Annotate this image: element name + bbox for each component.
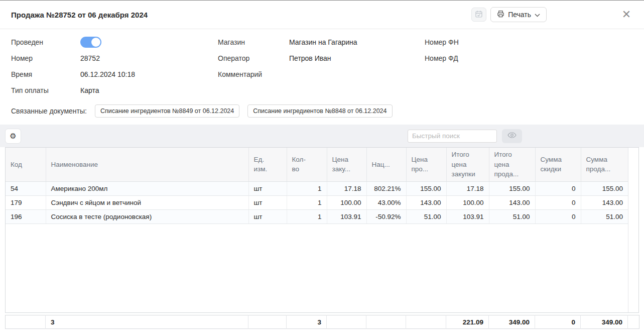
printer-icon bbox=[497, 10, 504, 19]
cell-sale_price: 51.00 bbox=[406, 210, 446, 224]
form-column-right: Номер ФН Номер ФД bbox=[425, 34, 633, 98]
totals-row: 33221.09349.000349.00 bbox=[6, 315, 639, 329]
number-label: Номер bbox=[11, 54, 80, 62]
cell-unit: шт bbox=[248, 196, 287, 210]
payment-type-value: Карта bbox=[80, 86, 99, 94]
grid-main: КодНаименованиеЕд. изм.Кол- воЦена заку.… bbox=[6, 148, 628, 312]
total-gutter bbox=[628, 315, 639, 329]
toggle-knob bbox=[91, 38, 100, 47]
cell-markup: -50.92% bbox=[366, 210, 406, 224]
table-row[interactable]: 179Сэндвич с яйцом и ветчинойшт1100.0043… bbox=[6, 196, 628, 210]
cell-total_sale: 51.00 bbox=[489, 210, 535, 224]
cell-name: Американо 200мл bbox=[46, 182, 248, 196]
fn-number-label: Номер ФН bbox=[425, 38, 496, 46]
cell-unit: шт bbox=[248, 182, 287, 196]
col-header-total_sale[interactable]: Итого цена прода... bbox=[489, 148, 535, 181]
items-grid: КодНаименованиеЕд. изм.Кол- воЦена заку.… bbox=[5, 147, 639, 329]
visibility-button[interactable] bbox=[502, 129, 522, 143]
store-value: Магазин на Гагарина bbox=[289, 38, 357, 46]
grid-body-area: КодНаименованиеЕд. изм.Кол- воЦена заку.… bbox=[5, 147, 639, 313]
cell-qty: 1 bbox=[287, 182, 327, 196]
total-name: 3 bbox=[46, 315, 248, 329]
col-header-total_sum[interactable]: Сумма прода... bbox=[581, 148, 628, 181]
cell-name: Сосиска в тесте (родионовская) bbox=[46, 210, 248, 224]
cell-total_purchase: 100.00 bbox=[446, 196, 489, 210]
form-column-middle: Магазин Магазин на Гагарина Оператор Пет… bbox=[218, 34, 425, 98]
total-markup bbox=[366, 315, 406, 329]
close-button[interactable]: ✕ bbox=[620, 8, 633, 21]
cell-sale_price: 155.00 bbox=[406, 182, 446, 196]
cell-total_sum: 51.00 bbox=[581, 210, 628, 224]
col-header-markup[interactable]: Нац... bbox=[366, 148, 406, 181]
print-button-label: Печать bbox=[508, 11, 531, 19]
related-doc-chip-1[interactable]: Списание ингредиентов №8849 от 06.12.202… bbox=[95, 104, 239, 118]
cell-discount: 0 bbox=[535, 210, 581, 224]
scrollbar-gutter[interactable] bbox=[628, 148, 638, 312]
total-total_sale: 349.00 bbox=[489, 315, 535, 329]
time-label: Время bbox=[11, 70, 80, 78]
col-header-name[interactable]: Наименование bbox=[46, 148, 248, 181]
col-header-discount[interactable]: Сумма скидки bbox=[535, 148, 581, 181]
chevron-down-icon bbox=[535, 11, 540, 19]
document-form: Проведен Номер 28752 Время 06.12.2024 10… bbox=[0, 29, 644, 98]
cell-qty: 1 bbox=[287, 196, 327, 210]
calendar-check-icon bbox=[475, 10, 483, 20]
col-header-sale_price[interactable]: Цена про... bbox=[406, 148, 446, 181]
col-header-qty[interactable]: Кол- во bbox=[287, 148, 327, 181]
eye-icon bbox=[507, 132, 517, 140]
posted-toggle[interactable] bbox=[80, 37, 101, 48]
total-purchase_price bbox=[327, 315, 366, 329]
total-discount: 0 bbox=[535, 315, 581, 329]
payment-type-label: Тип оплаты bbox=[11, 86, 80, 94]
total-total_purchase: 221.09 bbox=[446, 315, 489, 329]
col-header-unit[interactable]: Ед. изм. bbox=[248, 148, 287, 181]
col-header-total_purchase[interactable]: Итого цена закупки bbox=[446, 148, 489, 181]
grid-header-table: КодНаименованиеЕд. изм.Кол- воЦена заку.… bbox=[6, 148, 628, 182]
cell-name: Сэндвич с яйцом и ветчиной bbox=[46, 196, 248, 210]
number-value: 28752 bbox=[80, 54, 100, 62]
search-input[interactable] bbox=[408, 130, 497, 143]
cell-total_sale: 155.00 bbox=[489, 182, 535, 196]
cell-discount: 0 bbox=[535, 196, 581, 210]
form-column-left: Проведен Номер 28752 Время 06.12.2024 10… bbox=[11, 34, 218, 98]
related-documents: Связанные документы: Списание ингредиент… bbox=[0, 98, 644, 118]
toolbar-right bbox=[408, 129, 522, 143]
operator-value: Петров Иван bbox=[289, 54, 331, 62]
total-qty: 3 bbox=[287, 315, 327, 329]
time-value: 06.12.2024 10:18 bbox=[80, 70, 135, 78]
cell-code: 179 bbox=[6, 196, 46, 210]
print-button[interactable]: Печать bbox=[490, 7, 547, 22]
fd-number-label: Номер ФД bbox=[425, 54, 496, 62]
cell-code: 54 bbox=[6, 182, 46, 196]
operator-label: Оператор bbox=[218, 54, 289, 62]
cell-discount: 0 bbox=[535, 182, 581, 196]
total-unit bbox=[248, 315, 287, 329]
table-row[interactable]: 196Сосиска в тесте (родионовская)шт1103.… bbox=[6, 210, 628, 224]
grid-empty-space bbox=[6, 224, 628, 312]
comment-label: Комментарий bbox=[218, 70, 289, 78]
grid-toolbar: ⚙ bbox=[0, 125, 644, 147]
table-row[interactable]: 54Американо 200млшт117.18802.21%155.0017… bbox=[6, 182, 628, 196]
cell-code: 196 bbox=[6, 210, 46, 224]
total-sale_price bbox=[406, 315, 446, 329]
col-header-purchase_price[interactable]: Цена заку... bbox=[327, 148, 366, 181]
col-header-code[interactable]: Код bbox=[6, 148, 46, 181]
related-doc-chip-2[interactable]: Списание ингредиентов №8848 от 06.12.202… bbox=[247, 104, 392, 118]
grid-rows-table: 54Американо 200млшт117.18802.21%155.0017… bbox=[6, 182, 628, 225]
settings-button[interactable]: ⚙ bbox=[5, 129, 21, 144]
cell-purchase_price: 17.18 bbox=[327, 182, 366, 196]
gear-icon: ⚙ bbox=[10, 132, 16, 141]
cell-unit: шт bbox=[248, 210, 287, 224]
store-label: Магазин bbox=[218, 38, 289, 46]
cell-purchase_price: 103.91 bbox=[327, 210, 366, 224]
cell-markup: 802.21% bbox=[366, 182, 406, 196]
header-actions: Печать ✕ bbox=[471, 7, 633, 22]
calendar-check-button[interactable] bbox=[471, 8, 486, 22]
posted-label: Проведен bbox=[11, 38, 80, 46]
related-documents-label: Связанные документы: bbox=[11, 107, 87, 115]
cell-purchase_price: 100.00 bbox=[327, 196, 366, 210]
cell-qty: 1 bbox=[287, 210, 327, 224]
cell-total_purchase: 103.91 bbox=[446, 210, 489, 224]
cell-total_sum: 155.00 bbox=[581, 182, 628, 196]
cell-markup: 43.00% bbox=[366, 196, 406, 210]
